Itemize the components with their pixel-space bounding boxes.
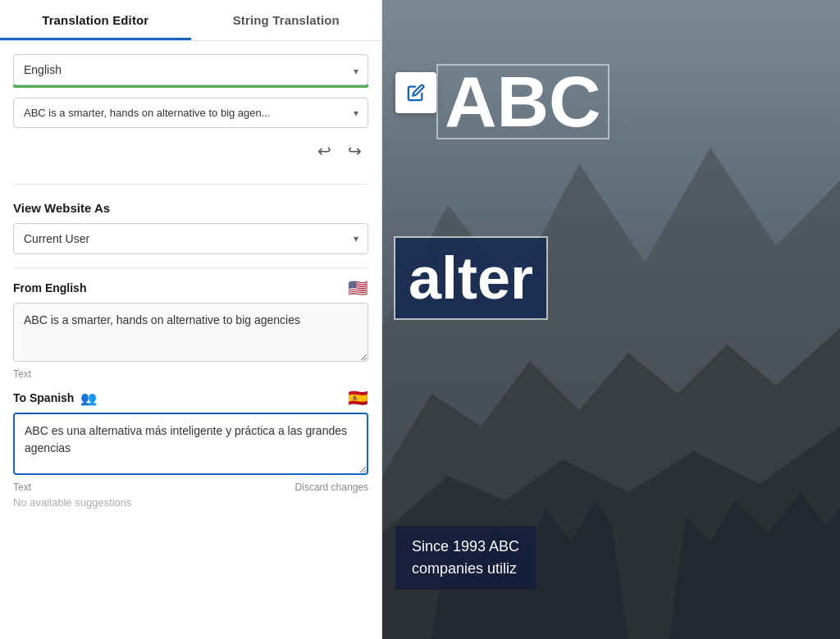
view-as-select-wrapper: Current User Guest Admin ▾ [13,223,368,254]
to-label: To Spanish 👥 [13,390,97,406]
to-text-area[interactable]: ABC es una alternativa más inteligente y… [13,413,368,475]
from-flag-icon: 🇺🇸 [348,278,368,298]
language-select[interactable]: English Spanish French German [13,54,368,85]
view-website-as-heading: View Website As [13,201,368,215]
from-label-row: From English 🇺🇸 [13,278,368,298]
right-panel: ABC alter Since 1993 ABC companies utili… [382,0,840,639]
language-select-wrapper: English Spanish French German ▾ [13,54,368,88]
from-text-area[interactable]: ABC is a smarter, hands on alternative t… [13,303,368,362]
undo-redo-row: ↩ ↪ [13,131,368,171]
to-flag-icon: 🇪🇸 [348,388,368,408]
to-field-type: Text [13,482,31,493]
from-section: From English 🇺🇸 ABC is a smarter, hands … [13,278,368,381]
alter-heading: alter [409,244,533,312]
discard-changes-link[interactable]: Discard changes [295,482,368,493]
from-meta-row: Text [13,368,368,380]
tabs-bar: Translation Editor String Translation [0,0,381,41]
to-label-row: To Spanish 👥 🇪🇸 [13,388,368,408]
preview-background: ABC alter Since 1993 ABC companies utili… [382,0,840,639]
panel-content: English Spanish French German ▾ ABC is a… [0,41,381,639]
view-as-select[interactable]: Current User Guest Admin [13,223,368,254]
suggestions-label: No available suggestions [13,496,132,509]
from-label: From English [13,281,86,294]
edit-pencil-button[interactable] [395,72,436,113]
divider-2 [13,267,368,268]
bottom-text-overlay: Since 1993 ABC companies utiliz [395,526,536,590]
tab-string-translation[interactable]: String Translation [191,0,382,40]
left-panel: Translation Editor String Translation En… [0,0,382,639]
bottom-text-line-2: companies utiliz [412,558,519,580]
string-select-wrapper: ABC is a smarter, hands on alternative t… [13,98,368,128]
undo-button[interactable]: ↩ [314,138,335,164]
from-field-type: Text [13,368,31,380]
redo-button[interactable]: ↪ [345,138,365,164]
suggestions-section: No available suggestions [13,495,368,509]
divider-1 [13,184,368,185]
string-select[interactable]: ABC is a smarter, hands on alternative t… [13,98,368,128]
tab-translation-editor[interactable]: Translation Editor [0,0,191,40]
users-icon: 👥 [80,390,97,406]
abc-text-overlay: ABC [438,66,608,138]
view-website-as-section: View Website As Current User Guest Admin… [13,194,368,258]
to-meta-row: Text Discard changes [13,482,368,493]
abc-heading: ABC [438,66,608,138]
bottom-text-line-1: Since 1993 ABC [412,536,519,558]
pencil-icon [407,84,425,102]
alter-text-overlay: alter [395,238,546,318]
to-section: To Spanish 👥 🇪🇸 ABC es una alternativa m… [13,388,368,495]
